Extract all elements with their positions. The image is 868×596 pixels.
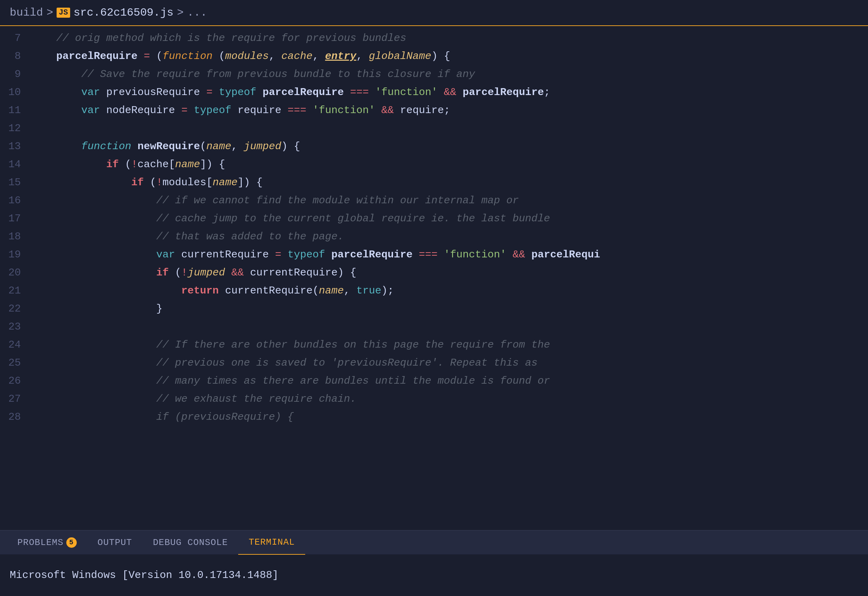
- code-line-19: 19 var currentRequire = typeof parcelReq…: [0, 246, 868, 264]
- bottom-panel: PROBLEMS 5 OUTPUT DEBUG CONSOLE TERMINAL…: [0, 530, 868, 596]
- breadcrumb-sep2: >: [177, 6, 184, 19]
- line-content-13: function newRequire(name, jumped) {: [31, 139, 868, 155]
- line-content-21: return currentRequire(name, true);: [31, 283, 868, 299]
- code-line-23: 23: [0, 318, 868, 336]
- code-line-10: 10 var previousRequire = typeof parcelRe…: [0, 84, 868, 102]
- code-line-14: 14 if (!cache[name]) {: [0, 156, 868, 174]
- line-content-9: // Save the require from previous bundle…: [31, 66, 868, 83]
- tab-problems[interactable]: PROBLEMS 5: [7, 530, 87, 555]
- breadcrumb-build[interactable]: build: [10, 6, 43, 19]
- line-content-17: // cache jump to the current global requ…: [31, 211, 868, 227]
- line-num-27: 27: [0, 393, 31, 405]
- line-num-23: 23: [0, 321, 31, 333]
- line-num-17: 17: [0, 212, 31, 224]
- code-line-28: 28 if (previousRequire) {: [0, 408, 868, 426]
- terminal-line: Microsoft Windows [Version 10.0.17134.14…: [10, 569, 278, 581]
- code-line-15: 15 if (!modules[name]) {: [0, 174, 868, 192]
- line-content-10: var previousRequire = typeof parcelRequi…: [31, 84, 868, 100]
- line-content-26: // many times as there are bundles until…: [31, 373, 868, 389]
- breadcrumb-filename[interactable]: src.62c16509.js: [74, 6, 174, 19]
- line-num-21: 21: [0, 285, 31, 297]
- line-content-11: var nodeRequire = typeof require === 'fu…: [31, 102, 868, 119]
- line-content-15: if (!modules[name]) {: [31, 174, 868, 191]
- line-num-28: 28: [0, 411, 31, 423]
- code-line-24: 24 // If there are other bundles on this…: [0, 336, 868, 354]
- line-num-13: 13: [0, 140, 31, 152]
- code-line-7: 7 // orig method which is the require fo…: [0, 30, 868, 47]
- line-content-18: // that was added to the page.: [31, 229, 868, 245]
- code-line-8: 8 parcelRequire = (function (modules, ca…: [0, 47, 868, 66]
- tab-debug[interactable]: DEBUG CONSOLE: [142, 530, 238, 555]
- line-content-27: // we exhaust the require chain.: [31, 391, 868, 407]
- line-num-9: 9: [0, 68, 31, 80]
- code-line-21: 21 return currentRequire(name, true);: [0, 282, 868, 300]
- breadcrumb-ellipsis: ...: [187, 6, 207, 19]
- tab-output[interactable]: OUTPUT: [87, 530, 143, 555]
- line-num-11: 11: [0, 105, 31, 116]
- line-num-12: 12: [0, 122, 31, 134]
- code-line-18: 18 // that was added to the page.: [0, 228, 868, 246]
- line-content-19: var currentRequire = typeof parcelRequir…: [31, 247, 868, 263]
- line-content-16: // if we cannot find the module within o…: [31, 193, 868, 209]
- line-num-15: 15: [0, 177, 31, 188]
- line-num-20: 20: [0, 267, 31, 279]
- code-line-13: 13 function newRequire(name, jumped) {: [0, 138, 868, 156]
- breadcrumb: build > JS src.62c16509.js > ...: [0, 0, 868, 26]
- line-content-12: [31, 120, 868, 137]
- line-num-25: 25: [0, 357, 31, 369]
- tab-debug-label: DEBUG CONSOLE: [153, 537, 228, 548]
- tab-terminal-label: TERMINAL: [248, 537, 295, 547]
- tab-problems-label: PROBLEMS: [17, 537, 64, 548]
- line-content-8: parcelRequire = (function (modules, cach…: [31, 48, 868, 65]
- code-line-20: 20 if (!jumped && currentRequire) {: [0, 264, 868, 282]
- line-content-14: if (!cache[name]) {: [31, 156, 868, 173]
- line-content-23: [31, 319, 868, 335]
- code-line-17: 17 // cache jump to the current global r…: [0, 210, 868, 228]
- line-content-22: }: [31, 301, 868, 317]
- problems-badge: 5: [66, 537, 77, 548]
- line-num-18: 18: [0, 231, 31, 242]
- code-line-25: 25 // previous one is saved to 'previous…: [0, 354, 868, 372]
- line-num-7: 7: [0, 32, 31, 44]
- line-num-16: 16: [0, 195, 31, 207]
- line-num-8: 8: [0, 50, 31, 62]
- line-num-19: 19: [0, 249, 31, 261]
- code-line-9: 9 // Save the require from previous bund…: [0, 66, 868, 84]
- line-content-28: if (previousRequire) {: [31, 409, 868, 425]
- tab-output-label: OUTPUT: [98, 537, 132, 548]
- panel-tab-bar: PROBLEMS 5 OUTPUT DEBUG CONSOLE TERMINAL: [0, 530, 868, 555]
- line-num-26: 26: [0, 375, 31, 387]
- code-line-11: 11 var nodeRequire = typeof require === …: [0, 102, 868, 120]
- terminal-output: Microsoft Windows [Version 10.0.17134.14…: [0, 555, 868, 596]
- code-line-16: 16 // if we cannot find the module withi…: [0, 192, 868, 210]
- js-file-icon: JS: [56, 7, 70, 18]
- tab-terminal[interactable]: TERMINAL: [238, 530, 305, 555]
- code-line-22: 22 }: [0, 300, 868, 318]
- line-content-24: // If there are other bundles on this pa…: [31, 337, 868, 353]
- code-editor: 7 // orig method which is the require fo…: [0, 26, 868, 530]
- line-num-22: 22: [0, 303, 31, 315]
- line-num-10: 10: [0, 86, 31, 98]
- line-num-14: 14: [0, 159, 31, 170]
- line-content-25: // previous one is saved to 'previousReq…: [31, 355, 868, 371]
- code-line-12: 12: [0, 120, 868, 138]
- breadcrumb-sep1: >: [47, 6, 53, 19]
- code-line-27: 27 // we exhaust the require chain.: [0, 390, 868, 408]
- line-content-20: if (!jumped && currentRequire) {: [31, 265, 868, 281]
- code-line-26: 26 // many times as there are bundles un…: [0, 372, 868, 390]
- line-content-7: // orig method which is the require for …: [31, 30, 868, 46]
- line-num-24: 24: [0, 339, 31, 351]
